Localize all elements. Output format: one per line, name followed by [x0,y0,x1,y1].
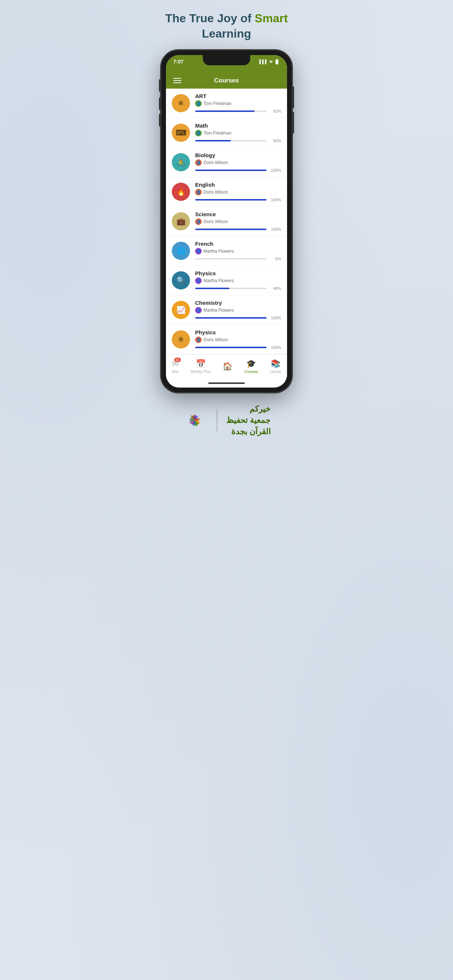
nav-item-mail[interactable]: 11 ✉ Mail [169,358,181,375]
teacher-avatar-french: 👤 [195,248,202,255]
progress-bar-bg-physics2 [195,347,266,348]
progress-bar-fill-chemistry [195,317,266,319]
nav-icon-weekly-plan: 📅 [196,359,206,369]
phone-shell: 7:07 ▌▌▌ ≋ ▐▌ Courses ⚛ ART 👤 [161,50,292,393]
teacher-avatar-math: 👤 [195,130,202,136]
bottom-nav: 11 ✉ Mail 📅 Weekly Plan 🏠 🎓 Courses 📚 Li… [166,355,287,380]
teacher-avatar-physics1: 👤 [195,277,202,284]
status-icons: ▌▌▌ ≋ ▐▌ [259,59,280,64]
hamburger-menu[interactable] [173,78,181,83]
progress-row-physics1: 48% [195,286,281,291]
home-bar [208,382,245,384]
signal-icon: ▌▌▌ [259,59,268,64]
course-item-math[interactable]: ⌨ Math 👤 Tom Friedman 50% [166,118,287,148]
progress-row-science: 100% [195,227,281,232]
progress-pct-art: 83% [270,109,281,113]
nav-label-courses: Courses [244,370,258,374]
course-teacher-physics1: 👤 Martha Flowers [195,277,281,284]
course-item-science[interactable]: 💼 Science 👤 Doris Wilson 100% [166,207,287,236]
course-teacher-physics2: 👤 Doris Wilson [195,337,281,343]
course-name-art: ART [195,93,281,99]
progress-row-math: 50% [195,138,281,143]
nav-icon-library: 📚 [271,359,281,369]
progress-bar-fill-physics2 [195,347,266,348]
course-icon-english: 🔥 [172,183,190,201]
course-icon-physics2: ⚛ [172,330,190,348]
course-info-science: Science 👤 Doris Wilson 100% [195,211,281,232]
course-list: ⚛ ART 👤 Tom Friedman 83% ⌨ Math [166,89,287,355]
progress-bar-bg-math [195,140,266,142]
footer: خيركم جمعية تحفيظ القرآن بجدة [182,404,271,437]
course-name-english: English [195,181,281,188]
progress-bar-fill-english [195,199,266,200]
status-time: 7:07 [173,59,183,65]
progress-bar-bg-art [195,110,266,112]
course-item-art[interactable]: ⚛ ART 👤 Tom Friedman 83% [166,89,287,118]
course-item-physics1[interactable]: 🔍 Physics 👤 Martha Flowers 48% [166,266,287,295]
notch [203,55,250,65]
course-name-french: French [195,240,281,247]
course-item-chemistry[interactable]: 📈 Chemistry 👤 Martha Flowers 100% [166,295,287,325]
progress-bar-bg-french [195,258,266,259]
course-icon-biology: 🚴 [172,153,190,171]
course-icon-french: 🌐 [172,242,190,260]
course-info-physics2: Physics 👤 Doris Wilson 100% [195,329,281,350]
course-teacher-science: 👤 Doris Wilson [195,218,281,225]
teacher-avatar-chemistry: 👤 [195,307,202,313]
progress-bar-fill-science [195,229,266,230]
wifi-icon: ≋ [269,59,273,64]
course-info-math: Math 👤 Tom Friedman 50% [195,123,281,143]
progress-pct-math: 50% [270,138,281,143]
teacher-avatar-english: 👤 [195,189,202,196]
app-header: Courses [166,73,287,89]
course-info-biology: Biology 👤 Doris Wilson 100% [195,152,281,172]
course-item-physics2[interactable]: ⚛ Physics 👤 Doris Wilson 100% [166,325,287,355]
progress-row-physics2: 100% [195,345,281,350]
course-icon-chemistry: 📈 [172,301,190,319]
course-icon-physics1: 🔍 [172,271,190,290]
progress-pct-physics2: 100% [270,345,281,350]
nav-label-mail: Mail [172,370,179,374]
progress-bar-fill-physics1 [195,288,230,289]
course-info-english: English 👤 Doris Wilson 100% [195,181,281,202]
course-teacher-biology: 👤 Doris Wilson [195,159,281,166]
course-info-physics1: Physics 👤 Martha Flowers 48% [195,270,281,291]
progress-row-french: 0% [195,257,281,261]
home-indicator [166,380,287,388]
course-name-physics2: Physics [195,329,281,336]
nav-icon-courses: 🎓 [246,359,256,369]
nav-item-library[interactable]: 📚 Library [267,358,284,375]
course-item-english[interactable]: 🔥 English 👤 Doris Wilson 100% [166,177,287,207]
nav-item-courses[interactable]: 🎓 Courses [241,358,261,375]
progress-bar-bg-physics1 [195,288,266,289]
course-name-physics1: Physics [195,270,281,276]
course-teacher-math: 👤 Tom Friedman [195,130,281,136]
progress-row-english: 100% [195,197,281,202]
course-icon-science: 💼 [172,212,190,231]
teacher-avatar-biology: 👤 [195,159,202,166]
nav-badge-mail: 11 [174,358,181,362]
status-bar-area: 7:07 ▌▌▌ ≋ ▐▌ [166,55,287,73]
course-item-biology[interactable]: 🚴 Biology 👤 Doris Wilson 100% [166,148,287,177]
logo-arabic-text: خيركم جمعية تحفيظ القرآن بجدة [226,404,271,437]
course-item-french[interactable]: 🌐 French 👤 Martha Flowers 0% [166,236,287,266]
course-teacher-english: 👤 Doris Wilson [195,189,281,196]
course-name-science: Science [195,211,281,217]
progress-pct-physics1: 48% [270,286,281,291]
nav-item-weekly-plan[interactable]: 📅 Weekly Plan [187,358,214,375]
course-teacher-chemistry: 👤 Martha Flowers [195,307,281,313]
logo-emblem [182,407,208,433]
progress-pct-french: 0% [270,257,281,261]
progress-row-chemistry: 100% [195,316,281,320]
teacher-avatar-physics2: 👤 [195,337,202,343]
progress-bar-fill-art [195,110,255,112]
course-icon-math: ⌨ [172,124,190,142]
progress-bar-bg-biology [195,170,266,171]
nav-icon-home: 🏠 [222,362,232,371]
nav-label-library: Library [270,370,281,374]
progress-row-biology: 100% [195,168,281,172]
course-teacher-art: 👤 Tom Friedman [195,100,281,107]
app-title: Courses [214,77,239,84]
nav-item-home[interactable]: 🏠 [220,360,235,372]
course-info-french: French 👤 Martha Flowers 0% [195,240,281,261]
